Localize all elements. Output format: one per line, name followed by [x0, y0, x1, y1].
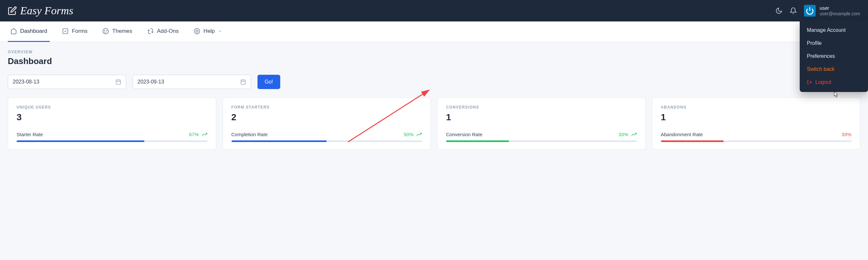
- stat-label: CONVERSIONS: [446, 105, 637, 109]
- nav-addons[interactable]: Add-Ons: [145, 22, 181, 42]
- stat-value: 2: [231, 112, 422, 123]
- nav-label: Help: [204, 28, 215, 34]
- nav-help[interactable]: Help: [191, 22, 225, 42]
- dd-preferences[interactable]: Preferences: [800, 50, 868, 63]
- puzzle-icon: [147, 28, 154, 34]
- main-nav: Dashboard Forms Themes Add-Ons Help: [0, 22, 868, 42]
- date-range-row: 2023-08-13 2023-09-13 Go!: [8, 75, 860, 89]
- stat-card: UNIQUE USERS3Starter Rate67%: [8, 98, 216, 150]
- stat-card: CONVERSIONS1Conversion Rate33%: [437, 98, 646, 150]
- trend-up-icon: [631, 133, 637, 136]
- nav-label: Forms: [72, 28, 88, 34]
- go-button[interactable]: Go!: [257, 75, 280, 89]
- rate-pct: 33%: [618, 132, 628, 137]
- svg-rect-14: [241, 80, 245, 85]
- rate-pct: 33%: [842, 132, 851, 137]
- stat-cards: UNIQUE USERS3Starter Rate67%FORM STARTER…: [8, 98, 860, 150]
- nav-label: Themes: [112, 28, 132, 34]
- progress-bar: [661, 140, 852, 142]
- app-name: Easy Forms: [20, 5, 73, 17]
- overview-label: OVERVIEW: [8, 50, 52, 54]
- svg-point-4: [106, 31, 107, 31]
- svg-point-7: [148, 30, 149, 31]
- dd-manage-account[interactable]: Manage Account: [800, 24, 868, 37]
- stat-value: 3: [17, 112, 208, 123]
- rate-name: Abandonment Rate: [661, 132, 703, 137]
- progress-bar: [17, 140, 208, 142]
- rate-pct: 50%: [404, 132, 413, 137]
- svg-point-6: [152, 32, 153, 32]
- check-icon: [62, 28, 69, 34]
- end-date-value: 2023-09-13: [137, 79, 164, 85]
- stat-card: ABANDONS1Abandonment Rate33%: [652, 98, 861, 150]
- theme-toggle-icon[interactable]: [775, 7, 782, 14]
- user-email: user@example.com: [819, 11, 860, 17]
- dd-switch-back[interactable]: Switch back: [800, 63, 868, 76]
- home-icon: [10, 28, 17, 34]
- svg-point-5: [105, 32, 106, 33]
- svg-point-3: [104, 31, 105, 31]
- rate-name: Completion Rate: [231, 132, 268, 137]
- topbar: Easy Forms user user@example.com: [0, 0, 868, 22]
- stat-value: 1: [446, 112, 637, 123]
- logout-icon: [807, 79, 812, 85]
- page-title: Dashboard: [8, 56, 52, 66]
- stat-value: 1: [661, 112, 852, 123]
- content: OVERVIEW Dashboard New contact form 2023…: [0, 42, 868, 157]
- svg-point-9: [196, 30, 198, 32]
- end-date-input[interactable]: 2023-09-13: [133, 75, 251, 89]
- help-icon: [194, 28, 200, 34]
- svg-rect-10: [116, 80, 121, 85]
- palette-icon: [102, 28, 109, 34]
- calendar-icon: [116, 79, 121, 85]
- progress-bar: [446, 140, 637, 142]
- nav-forms[interactable]: Forms: [60, 22, 90, 42]
- app-logo[interactable]: Easy Forms: [8, 5, 73, 17]
- avatar: [804, 5, 816, 17]
- progress-bar: [231, 140, 422, 142]
- svg-point-8: [194, 29, 200, 34]
- bell-icon[interactable]: [789, 7, 797, 14]
- topbar-right: user user@example.com: [775, 5, 860, 17]
- nav-label: Add-Ons: [157, 28, 179, 34]
- trend-up-icon: [416, 133, 422, 136]
- stat-label: UNIQUE USERS: [17, 105, 208, 109]
- dd-profile[interactable]: Profile: [800, 37, 868, 50]
- user-name: user: [819, 5, 860, 11]
- nav-themes[interactable]: Themes: [100, 22, 134, 42]
- user-info: user user@example.com: [819, 5, 860, 17]
- calendar-icon: [240, 79, 246, 85]
- user-dropdown: Manage Account Profile Preferences Switc…: [800, 21, 868, 92]
- rate-name: Conversion Rate: [446, 132, 483, 137]
- nav-label: Dashboard: [20, 28, 47, 34]
- rate-pct: 67%: [189, 132, 198, 137]
- start-date-input[interactable]: 2023-08-13: [8, 75, 126, 89]
- dd-logout-label: Logout: [815, 79, 831, 85]
- trend-up-icon: [202, 133, 208, 136]
- power-icon: [806, 6, 814, 15]
- chevron-down-icon: [218, 29, 222, 33]
- stat-label: FORM STARTERS: [231, 105, 422, 109]
- start-date-value: 2023-08-13: [13, 79, 39, 85]
- rate-name: Starter Rate: [17, 132, 43, 137]
- svg-point-2: [103, 29, 108, 34]
- nav-dashboard[interactable]: Dashboard: [8, 22, 50, 42]
- stat-label: ABANDONS: [661, 105, 852, 109]
- dd-logout[interactable]: Logout: [800, 76, 868, 89]
- stat-card: FORM STARTERS2Completion Rate50%: [223, 98, 431, 150]
- user-menu-trigger[interactable]: user user@example.com: [804, 5, 860, 17]
- edit-icon: [8, 6, 17, 15]
